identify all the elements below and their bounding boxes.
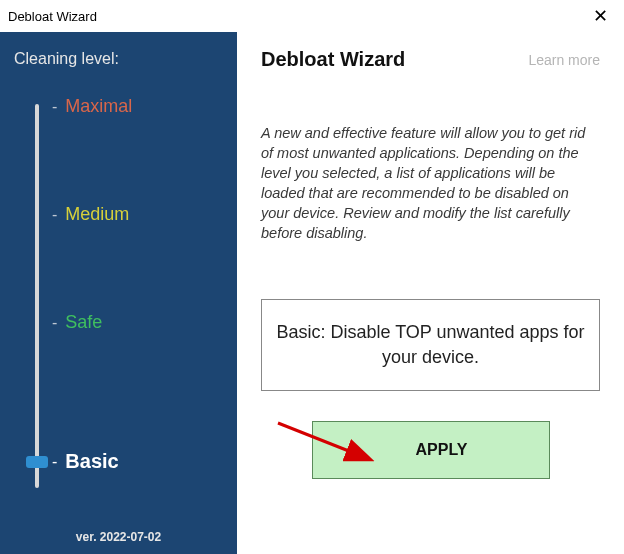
level-label-safe: Safe — [65, 312, 102, 333]
main-header: Debloat Wizard Learn more — [261, 48, 600, 71]
window-title: Debloat Wizard — [8, 9, 97, 24]
level-label-maximal: Maximal — [65, 96, 132, 117]
level-medium[interactable]: - Medium — [30, 204, 129, 225]
level-tick: - — [52, 314, 57, 332]
slider-track[interactable] — [35, 104, 39, 488]
level-tick: - — [52, 98, 57, 116]
content: Cleaning level: - Maximal - Medium - Saf… — [0, 32, 624, 554]
level-maximal[interactable]: - Maximal — [30, 96, 132, 117]
level-label-basic: Basic — [65, 450, 118, 473]
main-panel: Debloat Wizard Learn more A new and effe… — [237, 32, 624, 554]
level-tick: - — [52, 206, 57, 224]
sidebar-title: Cleaning level: — [0, 50, 237, 68]
levels-slider: - Maximal - Medium - Safe - Basic — [30, 96, 237, 530]
description-text: A new and effective feature will allow y… — [261, 123, 600, 243]
level-basic[interactable]: - Basic — [30, 450, 119, 473]
level-safe[interactable]: - Safe — [30, 312, 102, 333]
level-summary-box: Basic: Disable TOP unwanted apps for you… — [261, 299, 600, 391]
level-label-medium: Medium — [65, 204, 129, 225]
learn-more-link[interactable]: Learn more — [528, 52, 600, 68]
sidebar: Cleaning level: - Maximal - Medium - Saf… — [0, 32, 237, 554]
close-icon[interactable]: ✕ — [587, 5, 614, 27]
level-tick: - — [52, 453, 57, 471]
titlebar: Debloat Wizard ✕ — [0, 0, 624, 32]
version-label: ver. 2022-07-02 — [0, 530, 237, 546]
apply-row: APPLY — [261, 421, 600, 479]
apply-button[interactable]: APPLY — [312, 421, 550, 479]
apply-button-label: APPLY — [394, 441, 468, 459]
page-title: Debloat Wizard — [261, 48, 405, 71]
